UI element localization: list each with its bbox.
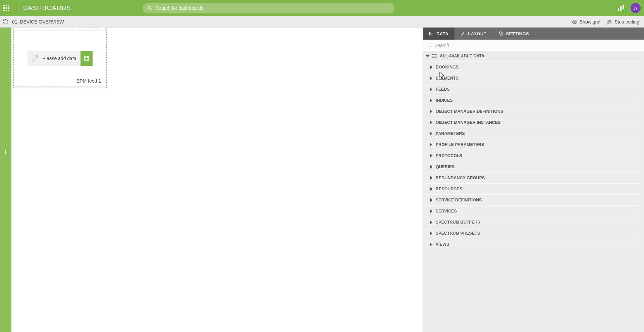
tree-item[interactable]: SPECTRUM BUFFERS bbox=[424, 217, 640, 227]
tree-item-label: INDICES bbox=[436, 98, 453, 103]
widget-inner: Please add data EPM feed 1 bbox=[15, 30, 105, 87]
tree-item[interactable]: SPECTRUM PRESETS bbox=[424, 228, 640, 238]
show-grid-button[interactable]: Show grid bbox=[572, 19, 600, 25]
tab-data[interactable]: DATA bbox=[423, 28, 454, 40]
tree-item-label: PROTOCOLS bbox=[436, 153, 462, 158]
tab-settings[interactable]: SETTINGS bbox=[492, 28, 535, 40]
check-badge-icon bbox=[623, 9, 626, 12]
tree-item[interactable]: OBJECT MANAGER INSTANCES bbox=[424, 117, 640, 128]
tree-item-label: REDUNDANCY GROUPS bbox=[436, 176, 485, 180]
tree-item-label: FEEDS bbox=[436, 87, 450, 92]
tree-item[interactable]: VIEWS bbox=[424, 239, 640, 249]
dashboard-name: 01. DEVICE OVERVIEW bbox=[12, 19, 64, 25]
tree-item[interactable]: ELEMENTS bbox=[424, 73, 640, 83]
chevron-right-icon bbox=[430, 121, 432, 124]
search-box[interactable] bbox=[143, 3, 394, 13]
svg-point-2 bbox=[574, 21, 576, 22]
svg-point-14 bbox=[428, 44, 430, 46]
tree-root[interactable]: ALL AVAILABLE DATA bbox=[424, 51, 640, 61]
svg-line-15 bbox=[430, 46, 431, 47]
svg-line-1 bbox=[151, 9, 152, 10]
chevron-right-icon bbox=[430, 154, 432, 157]
svg-point-0 bbox=[148, 6, 151, 9]
tree-item-label: PARAMETERS bbox=[436, 131, 465, 136]
chevron-right-icon bbox=[430, 77, 432, 80]
toolbar-right: Show grid Stop editing bbox=[572, 19, 641, 25]
tree-item-label: BOOKINGS bbox=[436, 65, 459, 69]
chevron-right-icon bbox=[430, 65, 432, 69]
tree-item-label: QUERIES bbox=[436, 164, 454, 169]
dropzone-icon bbox=[28, 51, 42, 66]
header-divider bbox=[17, 4, 17, 12]
eye-icon bbox=[572, 19, 578, 25]
chevron-right-icon bbox=[430, 232, 432, 235]
reload-icon[interactable] bbox=[3, 19, 9, 25]
svg-rect-4 bbox=[32, 59, 34, 61]
table-icon bbox=[429, 31, 434, 36]
tree-item[interactable]: RESOURCES bbox=[424, 183, 640, 194]
svg-point-13 bbox=[500, 33, 502, 34]
chevron-right-icon bbox=[430, 88, 432, 91]
chevron-right-icon bbox=[430, 209, 432, 213]
tree-item-label: SPECTRUM PRESETS bbox=[436, 231, 480, 236]
canvas[interactable]: Please add data EPM feed 1 bbox=[11, 28, 423, 332]
tree-item[interactable]: PARAMETERS bbox=[424, 128, 640, 139]
add-widget-button[interactable]: + bbox=[4, 148, 8, 156]
tree-root-label: ALL AVAILABLE DATA bbox=[440, 54, 484, 58]
user-avatar[interactable]: A bbox=[631, 3, 641, 13]
tab-layout[interactable]: LAYOUT bbox=[454, 28, 492, 40]
right-panel: DATA LAYOUT SETTINGS ALL AVAILABLE DATA … bbox=[423, 28, 644, 332]
tree-item-label: RESOURCES bbox=[436, 187, 462, 191]
tab-settings-label: SETTINGS bbox=[506, 31, 529, 36]
search-input[interactable] bbox=[156, 5, 390, 11]
toolbar: 01. DEVICE OVERVIEW Show grid Stop editi… bbox=[0, 16, 644, 28]
chevron-right-icon bbox=[430, 243, 432, 246]
global-search bbox=[143, 3, 394, 13]
tab-data-label: DATA bbox=[436, 31, 448, 36]
search-icon bbox=[148, 6, 152, 10]
tree-item[interactable]: PROTOCOLS bbox=[424, 150, 640, 161]
tree-item-label: SERVICE DEFINITIONS bbox=[436, 198, 482, 202]
tree-item[interactable]: PROFILE PARAMETERS bbox=[424, 139, 640, 150]
tree-item[interactable]: INDICES bbox=[424, 95, 640, 105]
tree-item-label: OBJECT MANAGER INSTANCES bbox=[436, 120, 501, 125]
tree-item[interactable]: FEEDS bbox=[424, 84, 640, 94]
panel-tabs: DATA LAYOUT SETTINGS bbox=[423, 28, 644, 40]
chevron-right-icon bbox=[430, 187, 432, 191]
panel-search-input[interactable] bbox=[434, 43, 640, 48]
chevron-right-icon bbox=[430, 132, 432, 135]
tree-item[interactable]: SERVICE DEFINITIONS bbox=[424, 194, 640, 205]
grid-icon bbox=[84, 56, 89, 61]
stats-icon[interactable] bbox=[618, 5, 625, 11]
add-data-label: Please add data bbox=[42, 56, 80, 61]
tree-item-label: OBJECT MANAGER DEFINITIONS bbox=[436, 109, 503, 114]
tree-item[interactable]: BOOKINGS bbox=[424, 61, 640, 72]
tree-item[interactable]: SERVICES bbox=[424, 205, 640, 216]
header-right: A bbox=[618, 3, 641, 13]
svg-rect-5 bbox=[85, 56, 89, 60]
top-header: DASHBOARDS A bbox=[0, 0, 644, 16]
widget-slot[interactable]: Please add data EPM feed 1 bbox=[13, 29, 107, 88]
tree-item-label: ELEMENTS bbox=[436, 76, 459, 81]
stop-editing-button[interactable]: Stop editing bbox=[606, 19, 639, 25]
tree-item-label: PROFILE PARAMETERS bbox=[436, 142, 484, 147]
apps-icon[interactable] bbox=[3, 5, 9, 11]
tree-item[interactable]: OBJECT MANAGER DEFINITIONS bbox=[424, 106, 640, 116]
tab-layout-label: LAYOUT bbox=[468, 31, 486, 36]
data-tree: ALL AVAILABLE DATA BOOKINGSELEMENTSFEEDS… bbox=[423, 51, 644, 332]
tree-item[interactable]: REDUNDANCY GROUPS bbox=[424, 172, 640, 183]
chevron-right-icon bbox=[430, 110, 432, 113]
chevron-right-icon bbox=[430, 99, 432, 102]
chevron-right-icon bbox=[430, 143, 432, 146]
tree-item-label: SERVICES bbox=[436, 209, 457, 214]
panel-search bbox=[423, 40, 644, 51]
chevron-right-icon bbox=[430, 221, 432, 224]
left-rail: + bbox=[0, 28, 11, 332]
list-icon bbox=[432, 54, 437, 58]
chevron-down-icon bbox=[426, 55, 430, 57]
open-data-button[interactable] bbox=[80, 51, 93, 66]
search-icon bbox=[427, 43, 432, 48]
pencil-icon bbox=[461, 31, 465, 36]
tree-item[interactable]: QUERIES bbox=[424, 161, 640, 172]
show-grid-label: Show grid bbox=[580, 19, 600, 25]
